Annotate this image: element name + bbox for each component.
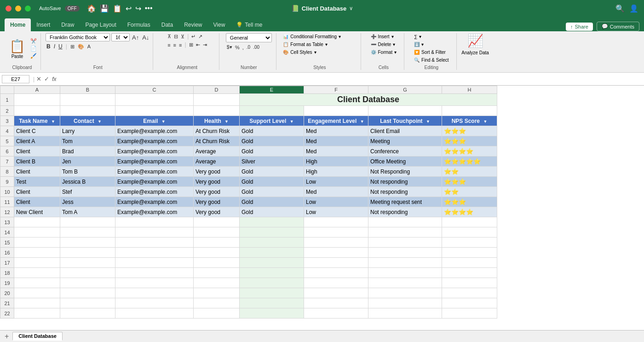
cell-empty-r19-c2[interactable]: [115, 278, 194, 288]
cell-empty-r13-c2[interactable]: [115, 217, 194, 227]
cell-support-row10[interactable]: Gold: [240, 187, 304, 197]
cell-empty-r15-c2[interactable]: [115, 238, 194, 248]
cell-empty-r13-c7[interactable]: [442, 217, 497, 227]
increase-font-button[interactable]: A↑: [131, 34, 140, 41]
tab-view[interactable]: View: [208, 18, 231, 31]
cell-empty-r19-c5[interactable]: [304, 278, 368, 288]
cell-empty-r16-c6[interactable]: [368, 248, 442, 258]
cell-empty-r15-c4[interactable]: [240, 238, 304, 248]
cell-touchpoint-row5[interactable]: Meeting: [368, 136, 442, 146]
cell-engagement-row10[interactable]: Med: [304, 187, 368, 197]
decrease-decimal-button[interactable]: .0: [246, 44, 251, 50]
cell-health-row10[interactable]: Very good: [194, 187, 240, 197]
tab-formulas[interactable]: Formulas: [122, 18, 156, 31]
paste-button[interactable]: 📋 Paste: [6, 38, 28, 60]
cell-nps-row11[interactable]: ⭐⭐⭐: [442, 197, 497, 207]
cell-empty-r17-c1[interactable]: [60, 258, 115, 268]
traffic-light-minimize[interactable]: [15, 6, 21, 12]
cell-email-row10[interactable]: Example@example.com: [115, 187, 194, 197]
tab-review[interactable]: Review: [178, 18, 207, 31]
decrease-font-button[interactable]: A↓: [141, 34, 150, 41]
align-top-button[interactable]: ⊼: [167, 33, 172, 40]
cell-task-name-row9[interactable]: Test: [14, 177, 60, 187]
sum-button[interactable]: ∑ ▾: [411, 33, 451, 40]
cell-empty-r13-c1[interactable]: [60, 217, 115, 227]
undo-icon[interactable]: ↩: [126, 4, 132, 13]
dropdown-nps-icon[interactable]: ▼: [483, 119, 487, 124]
cell-email-row9[interactable]: Example@example.com: [115, 177, 194, 187]
profile-icon[interactable]: 👤: [629, 4, 638, 13]
col-header-g[interactable]: G: [368, 86, 442, 94]
cell-empty-r14-c3[interactable]: [194, 227, 240, 238]
cell-empty-r20-c1[interactable]: [60, 288, 115, 298]
cell-a2[interactable]: [14, 106, 60, 116]
dropdown-engagement-icon[interactable]: ▼: [360, 119, 364, 124]
header-engagement[interactable]: Engagement Level ▼: [304, 116, 368, 126]
redo-icon[interactable]: ↪: [135, 4, 141, 13]
comma-button[interactable]: ,: [242, 44, 245, 51]
cell-empty-r14-c1[interactable]: [60, 227, 115, 238]
cell-engagement-row4[interactable]: Med: [304, 126, 368, 136]
cut-button[interactable]: ✂️: [29, 38, 38, 45]
cell-email-row12[interactable]: Example@example.com: [115, 207, 194, 217]
cell-task-name-row11[interactable]: Client: [14, 197, 60, 207]
cell-empty-r16-c2[interactable]: [115, 248, 194, 258]
cell-reference-input[interactable]: E27: [2, 75, 29, 83]
cell-health-row8[interactable]: Very good: [194, 167, 240, 177]
cell-contact-row4[interactable]: Larry: [60, 126, 115, 136]
tab-data[interactable]: Data: [156, 18, 178, 31]
cell-empty-r19-c7[interactable]: [442, 278, 497, 288]
dropdown-task-name-icon[interactable]: ▼: [51, 119, 55, 124]
format-button[interactable]: ⚙️ Format ▾: [367, 49, 401, 56]
cell-empty-r18-c5[interactable]: [304, 268, 368, 278]
cell-d2[interactable]: [194, 106, 240, 116]
cell-empty-r20-c7[interactable]: [442, 288, 497, 298]
indent-button[interactable]: ⇤: [195, 41, 201, 48]
cell-empty-r14-c5[interactable]: [304, 227, 368, 238]
cell-b1[interactable]: [60, 94, 115, 106]
cell-support-row9[interactable]: Gold: [240, 177, 304, 187]
cell-empty-r17-c6[interactable]: [368, 258, 442, 268]
font-size-select[interactable]: 16 81012141820: [111, 33, 130, 41]
cell-empty-r15-c6[interactable]: [368, 238, 442, 248]
cell-engagement-row5[interactable]: Med: [304, 136, 368, 146]
tab-home[interactable]: Home: [5, 18, 31, 31]
cell-empty-r15-c1[interactable]: [60, 238, 115, 248]
share-button[interactable]: ↑ Share: [566, 23, 593, 31]
wrap-text-button[interactable]: ↵: [190, 33, 196, 40]
cell-empty-r20-c5[interactable]: [304, 288, 368, 298]
cell-empty-r18-c0[interactable]: [14, 268, 60, 278]
cell-engagement-row8[interactable]: High: [304, 167, 368, 177]
col-header-a[interactable]: A: [14, 86, 60, 94]
cell-b2[interactable]: [60, 106, 115, 116]
fill-button[interactable]: ⬇️ ▾: [411, 41, 451, 48]
align-left-button[interactable]: ≡: [167, 41, 171, 48]
cell-task-name-row8[interactable]: Client: [14, 167, 60, 177]
fill-color-button[interactable]: 🎨: [77, 43, 85, 50]
cell-empty-r13-c5[interactable]: [304, 217, 368, 227]
cell-empty-r21-c2[interactable]: [115, 298, 194, 308]
find-select-button[interactable]: 🔍 Find & Select: [411, 57, 451, 64]
cell-nps-row12[interactable]: ⭐⭐⭐⭐: [442, 207, 497, 217]
italic-button[interactable]: I: [53, 43, 56, 50]
cell-empty-r22-c4[interactable]: [240, 308, 304, 319]
cell-contact-row5[interactable]: Tom: [60, 136, 115, 146]
increase-decimal-button[interactable]: .00: [252, 44, 260, 50]
cell-empty-r19-c1[interactable]: [60, 278, 115, 288]
cell-empty-r21-c0[interactable]: [14, 298, 60, 308]
cell-task-name-row6[interactable]: Client: [14, 146, 60, 157]
formula-confirm-icon[interactable]: ✓: [44, 75, 49, 82]
cell-empty-r14-c2[interactable]: [115, 227, 194, 238]
cell-empty-r15-c3[interactable]: [194, 238, 240, 248]
cell-c1[interactable]: [115, 94, 194, 106]
cell-empty-r20-c0[interactable]: [14, 288, 60, 298]
cell-touchpoint-row4[interactable]: Client Email: [368, 126, 442, 136]
cell-nps-row5[interactable]: ⭐⭐⭐: [442, 136, 497, 146]
tab-draw[interactable]: Draw: [56, 18, 80, 31]
cell-engagement-row7[interactable]: High: [304, 157, 368, 167]
tab-tell-me[interactable]: 💡Tell me: [230, 18, 268, 31]
col-header-e[interactable]: E: [240, 86, 304, 94]
cell-empty-r14-c4[interactable]: [240, 227, 304, 238]
cell-empty-r16-c5[interactable]: [304, 248, 368, 258]
outdent-button[interactable]: ⇥: [202, 41, 208, 48]
